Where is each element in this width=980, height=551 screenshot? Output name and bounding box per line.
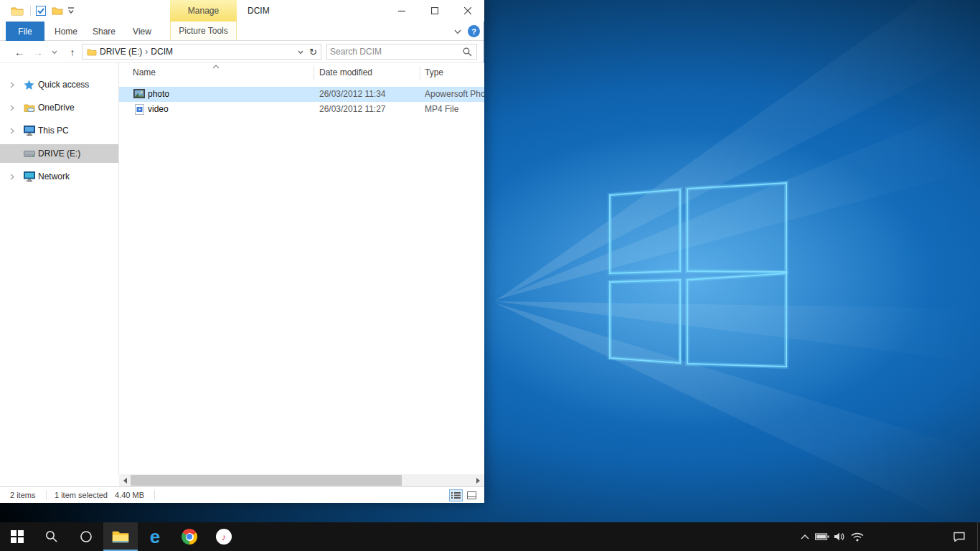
properties-icon[interactable] [36,6,46,16]
chrome-icon [182,529,197,545]
sidebar-item-label: This PC [38,126,69,136]
item-count: 2 items [10,491,35,499]
selection-size: 4.40 MB [115,491,144,499]
scroll-left-arrow-icon[interactable] [119,474,131,486]
screen: Manage DCIM File Home Share View Picture… [0,0,980,551]
qat-separator [30,6,31,16]
up-button[interactable]: ↑ [65,44,80,60]
address-bar[interactable]: DRIVE (E:) › DCIM ↻ [82,44,321,60]
wifi-icon [851,532,864,542]
manage-contextual-tab[interactable]: Manage [170,0,237,22]
tab-picture-tools[interactable]: Picture Tools [170,22,237,40]
details-view-icon [451,491,461,499]
minimize-button[interactable] [385,0,418,22]
sidebar-item-network[interactable]: Network [0,167,118,186]
thumbnail-view-button[interactable] [465,489,479,501]
chevron-up-icon [801,534,809,540]
tab-file[interactable]: File [6,22,44,41]
column-separator[interactable] [420,66,420,80]
action-center-icon [953,532,965,542]
network-icon [24,171,35,182]
start-button[interactable] [0,522,34,551]
file-date-modified: 26/03/2012 11:27 [319,104,386,114]
windows-logo-icon [11,530,24,543]
taskbar-search-button[interactable] [34,522,69,551]
chevron-right-icon[interactable] [10,128,14,134]
show-desktop-button[interactable] [977,522,980,551]
chevron-right-icon[interactable] [10,105,14,111]
file-type: MP4 File [425,104,484,114]
tab-view[interactable]: View [123,22,161,41]
breadcrumb-folder[interactable]: DCIM [148,47,176,57]
sidebar-item-label: Quick access [38,80,89,90]
address-row: ← → ↑ DRIVE (E:) › DCIM ↻ [0,41,484,63]
status-divider [154,490,155,500]
title-bar[interactable]: Manage DCIM [0,0,484,22]
search-input[interactable] [330,45,459,58]
edge-taskbar-button[interactable]: e [138,522,172,551]
column-header-type[interactable]: Type [425,67,443,77]
status-bar: 2 items 1 item selected 4.40 MB [0,486,484,503]
thumbnail-view-icon [467,491,476,499]
help-button[interactable]: ? [468,25,480,37]
close-button[interactable] [451,0,484,22]
address-dropdown-chevron-icon[interactable] [298,50,303,55]
this-pc-icon [24,126,35,136]
file-explorer-taskbar-button[interactable] [103,522,138,551]
sidebar-item-quick-access[interactable]: Quick access [0,75,118,94]
chrome-taskbar-button[interactable] [172,522,207,551]
file-row-photo[interactable]: photo 26/03/2012 11:34 Apowersoft Pho [119,87,484,102]
app-folder-icon [11,6,24,16]
file-row-video[interactable]: video 26/03/2012 11:27 MP4 File [119,102,484,117]
explorer-window: Manage DCIM File Home Share View Picture… [0,0,484,503]
file-type: Apowersoft Pho [425,89,484,99]
maximize-button[interactable] [418,0,451,22]
action-center-button[interactable] [947,522,971,551]
file-name: photo [148,89,169,99]
horizontal-scrollbar[interactable] [119,474,484,486]
file-list: Name Date modified Type photo 26/03/2012… [119,63,484,474]
navigation-pane: Quick access OneDrive This PC [0,63,119,474]
tray-network-button[interactable] [849,522,866,551]
itunes-taskbar-button[interactable]: ♪ [207,522,241,551]
itunes-icon: ♪ [216,529,232,545]
selection-count: 1 item selected [55,491,108,499]
recent-locations-chevron-icon[interactable] [49,47,60,58]
sidebar-item-onedrive[interactable]: OneDrive [0,98,118,117]
tray-battery-button[interactable] [814,522,831,551]
forward-button[interactable]: → [30,44,46,60]
scrollbar-thumb[interactable] [131,475,402,486]
expand-ribbon-chevron-icon[interactable] [451,25,464,38]
file-name: video [148,104,169,114]
video-file-icon [135,104,144,115]
taskbar: e ♪ [0,522,980,551]
column-header-name[interactable]: Name [133,67,156,77]
tab-share[interactable]: Share [85,22,123,41]
breadcrumb-drive[interactable]: DRIVE (E:) [97,47,145,57]
new-folder-icon[interactable] [52,6,63,15]
cortana-button[interactable] [69,522,103,551]
back-button[interactable]: ← [11,44,27,60]
sidebar-item-this-pc[interactable]: This PC [0,121,118,140]
edge-icon: e [150,527,160,546]
scroll-right-arrow-icon[interactable] [473,474,484,486]
chevron-right-icon[interactable] [10,174,14,180]
tray-volume-button[interactable] [831,522,848,551]
window-title: DCIM [248,6,270,16]
column-separator[interactable] [314,66,314,80]
sidebar-item-label: DRIVE (E:) [38,149,80,159]
qat-customize-chevron-icon[interactable] [67,7,75,14]
speaker-icon [834,532,845,542]
file-date-modified: 26/03/2012 11:34 [319,89,386,99]
details-view-button[interactable] [449,489,463,501]
tray-show-hidden-icons-button[interactable] [796,522,814,551]
chevron-right-icon[interactable] [10,82,14,88]
refresh-icon[interactable]: ↻ [309,47,317,57]
search-icon [45,530,58,543]
column-header-date-modified[interactable]: Date modified [319,67,372,77]
sidebar-item-drive-e[interactable]: DRIVE (E:) [0,144,118,163]
tab-home[interactable]: Home [47,22,85,41]
ribbon-tab-row: File Home Share View Picture Tools ? [0,22,484,41]
search-icon[interactable] [463,47,472,57]
drive-icon [24,149,35,158]
